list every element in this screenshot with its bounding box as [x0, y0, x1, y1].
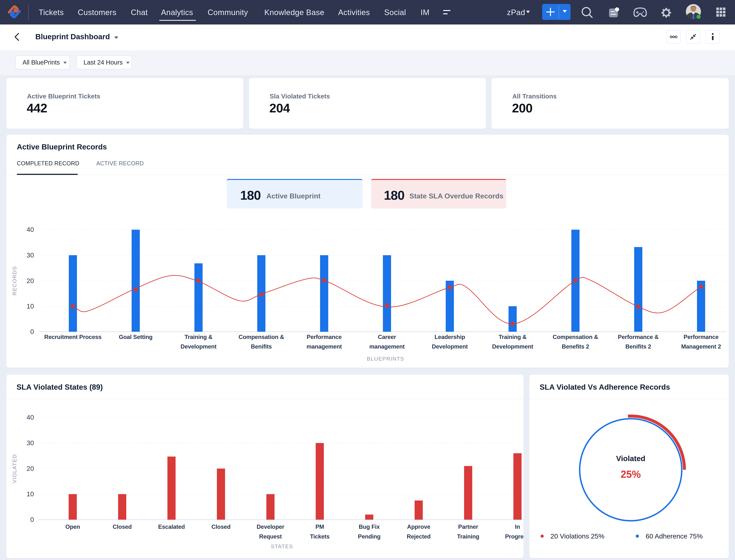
svg-text:Career: Career	[378, 334, 396, 340]
svg-text:20 Violations 25%: 20 Violations 25%	[551, 532, 604, 540]
svg-text:PM: PM	[315, 524, 324, 530]
svg-text:30: 30	[27, 252, 34, 259]
svg-text:Developer: Developer	[257, 524, 284, 530]
svg-text:Management 2: Management 2	[681, 343, 721, 350]
svg-text:30: 30	[27, 439, 34, 447]
svg-text:Training &: Training &	[184, 334, 212, 340]
svg-text:Compensation &: Compensation &	[553, 334, 598, 340]
svg-text:VIOLATED: VIOLATED	[11, 454, 17, 483]
svg-text:0: 0	[30, 328, 34, 335]
svg-text:Tickets: Tickets	[310, 533, 330, 540]
svg-text:STATES: STATES	[271, 543, 293, 549]
svg-text:Request: Request	[259, 533, 282, 540]
svg-text:40: 40	[27, 226, 34, 233]
svg-text:Development: Development	[432, 343, 468, 350]
svg-text:Rejected: Rejected	[407, 533, 431, 540]
svg-text:Bug Fix: Bug Fix	[359, 524, 380, 530]
svg-text:Development: Development	[180, 343, 216, 350]
svg-text:Violated: Violated	[616, 454, 645, 463]
svg-text:Developmment: Developmment	[492, 343, 533, 350]
svg-text:Escalated: Escalated	[158, 524, 185, 530]
svg-text:Benifits: Benifits	[251, 343, 272, 350]
svg-text:RECORDS: RECORDS	[11, 266, 17, 295]
svg-text:Benefits 2: Benefits 2	[562, 343, 589, 350]
svg-text:Recruitment Process: Recruitment Process	[44, 334, 101, 340]
svg-text:10: 10	[27, 490, 34, 498]
svg-text:Closed: Closed	[113, 524, 132, 530]
svg-text:20: 20	[27, 465, 34, 472]
svg-text:Partner: Partner	[458, 524, 478, 530]
svg-text:In: In	[515, 524, 520, 530]
svg-text:25%: 25%	[621, 469, 641, 480]
svg-text:Open: Open	[65, 524, 80, 530]
svg-text:Training &: Training &	[499, 334, 527, 340]
svg-text:10: 10	[27, 303, 34, 310]
svg-text:Closed: Closed	[211, 524, 230, 530]
svg-text:Performance: Performance	[307, 334, 342, 340]
svg-text:management: management	[306, 343, 342, 350]
svg-text:Goal Setting: Goal Setting	[119, 334, 152, 340]
svg-text:0: 0	[30, 516, 34, 523]
svg-text:Progress: Progress	[505, 533, 530, 540]
svg-text:Approve: Approve	[407, 524, 430, 530]
svg-text:20: 20	[27, 277, 34, 284]
svg-text:Leadership: Leadership	[435, 334, 465, 340]
svg-text:Benifits 2: Benifits 2	[625, 343, 651, 350]
svg-text:Training: Training	[457, 533, 479, 540]
svg-text:40: 40	[27, 414, 34, 421]
svg-text:Performance: Performance	[684, 334, 719, 340]
svg-text:management: management	[369, 343, 405, 350]
svg-text:BLUEPRINTS: BLUEPRINTS	[367, 356, 405, 362]
svg-text:60 Adherence 75%: 60 Adherence 75%	[646, 532, 703, 540]
svg-text:Performance &: Performance &	[618, 334, 659, 340]
svg-text:Pending: Pending	[358, 533, 381, 540]
svg-text:Compensation &: Compensation &	[238, 334, 284, 340]
